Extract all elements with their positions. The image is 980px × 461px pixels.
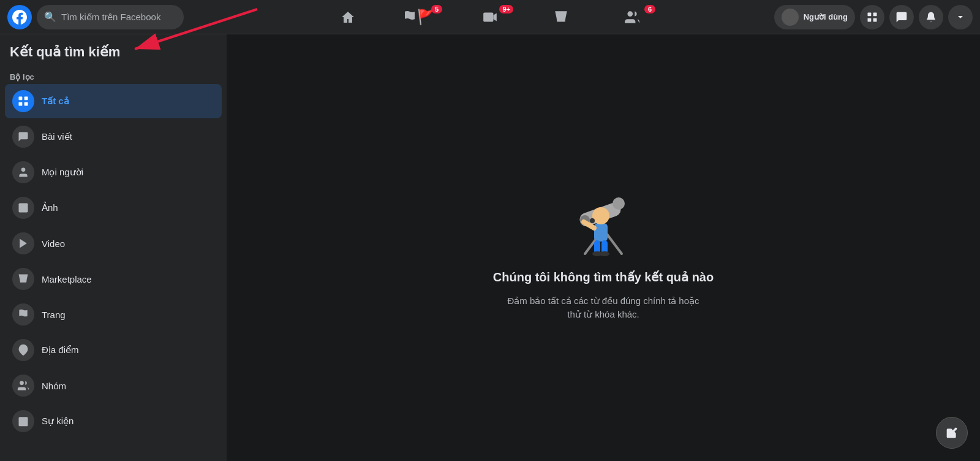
svg-point-15 xyxy=(21,205,23,207)
sidebar-item-people[interactable]: Mọi người xyxy=(5,155,222,189)
pages-icon xyxy=(12,303,34,326)
marketplace-icon xyxy=(12,268,34,290)
pages-label: Trang xyxy=(42,310,66,320)
main-content: Chúng tôi không tìm thấy kết quả nào Đảm… xyxy=(227,34,980,461)
places-label: Địa điểm xyxy=(42,345,79,356)
svg-point-18 xyxy=(22,348,25,351)
svg-rect-9 xyxy=(19,97,23,101)
empty-subtitle: Đảm bảo tất cả các từ đều đúng chính tả … xyxy=(505,294,701,322)
sidebar-item-places[interactable]: Địa điểm xyxy=(5,333,222,367)
svg-rect-30 xyxy=(594,223,608,242)
svg-point-37 xyxy=(590,218,595,223)
svg-marker-1 xyxy=(493,13,496,21)
posts-icon xyxy=(12,126,34,148)
svg-rect-6 xyxy=(873,18,877,21)
notifications-button[interactable] xyxy=(919,5,943,29)
nav-center: 🚩 5 9+ 6 xyxy=(216,2,764,32)
nav-home[interactable] xyxy=(314,2,382,32)
search-icon: 🔍 xyxy=(44,11,56,23)
sidebar-item-groups[interactable]: Nhóm xyxy=(5,368,222,403)
svg-rect-0 xyxy=(483,12,493,21)
filter-label: Bộ lọc xyxy=(5,67,222,84)
all-label: Tất cả xyxy=(42,96,69,107)
friends-badge: 6 xyxy=(644,5,655,13)
svg-point-2 xyxy=(627,11,633,17)
empty-title: Chúng tôi không tìm thấy kết quả nào xyxy=(493,270,714,284)
avatar xyxy=(782,9,799,26)
video-icon xyxy=(12,232,34,254)
nav-flag[interactable]: 🚩 5 xyxy=(385,2,453,32)
svg-rect-4 xyxy=(873,12,877,16)
people-label: Mọi người xyxy=(42,167,83,178)
video-label: Video xyxy=(42,238,65,249)
chevron-button[interactable] xyxy=(948,5,973,29)
svg-point-13 xyxy=(21,168,26,172)
sidebar-item-marketplace[interactable]: Marketplace xyxy=(5,262,222,296)
nav-store[interactable] xyxy=(527,2,595,32)
grid-button[interactable] xyxy=(860,5,884,29)
nav-right: Người dùng xyxy=(764,5,973,29)
svg-point-35 xyxy=(600,251,609,256)
sidebar-item-photos[interactable]: Ảnh xyxy=(5,191,222,225)
svg-rect-5 xyxy=(868,18,872,21)
svg-rect-12 xyxy=(24,102,28,106)
events-label: Sự kiện xyxy=(42,416,74,427)
svg-point-19 xyxy=(20,381,24,386)
photos-icon xyxy=(12,197,34,219)
groups-label: Nhóm xyxy=(42,381,66,391)
nav-video[interactable]: 9+ xyxy=(456,2,524,32)
search-input[interactable] xyxy=(61,12,176,22)
sidebar-item-pages[interactable]: Trang xyxy=(5,297,222,332)
svg-rect-20 xyxy=(19,417,28,426)
video-badge: 9+ xyxy=(499,5,513,13)
nav-friends[interactable]: 6 xyxy=(598,2,666,32)
places-icon xyxy=(12,339,34,361)
user-chip[interactable]: Người dùng xyxy=(774,5,855,29)
user-name: Người dùng xyxy=(804,12,848,21)
svg-rect-11 xyxy=(19,102,23,106)
svg-point-28 xyxy=(612,197,625,210)
search-bar[interactable]: 🔍 xyxy=(37,5,184,29)
svg-point-31 xyxy=(592,207,609,224)
sidebar-item-posts[interactable]: Bài viết xyxy=(5,120,222,154)
flag-badge: 5 xyxy=(431,5,442,13)
sidebar-item-events[interactable]: Sự kiện xyxy=(5,404,222,438)
posts-label: Bài viết xyxy=(42,131,72,142)
nav-left: 🔍 xyxy=(7,5,216,29)
facebook-logo[interactable] xyxy=(7,5,32,29)
sidebar-item-video[interactable]: Video xyxy=(5,226,222,261)
marketplace-label: Marketplace xyxy=(42,274,92,284)
all-icon xyxy=(12,90,34,112)
sidebar: Kết quả tìm kiếm Bộ lọc Tất cả Bài viết … xyxy=(0,34,227,461)
people-icon xyxy=(12,161,34,183)
photos-label: Ảnh xyxy=(42,202,58,213)
empty-state: Chúng tôi không tìm thấy kết quả nào Đảm… xyxy=(493,174,714,322)
svg-rect-10 xyxy=(24,97,28,101)
top-navigation: 🔍 🚩 5 9+ 6 Người dùng xyxy=(0,0,980,34)
messenger-button[interactable] xyxy=(889,5,914,29)
svg-marker-16 xyxy=(20,239,27,248)
page-title: Kết quả tìm kiếm xyxy=(5,44,222,60)
svg-rect-3 xyxy=(868,12,872,16)
empty-illustration xyxy=(560,174,646,260)
sidebar-item-all[interactable]: Tất cả xyxy=(5,84,222,118)
groups-icon xyxy=(12,375,34,397)
events-icon xyxy=(12,410,34,432)
compose-button[interactable] xyxy=(936,417,968,449)
